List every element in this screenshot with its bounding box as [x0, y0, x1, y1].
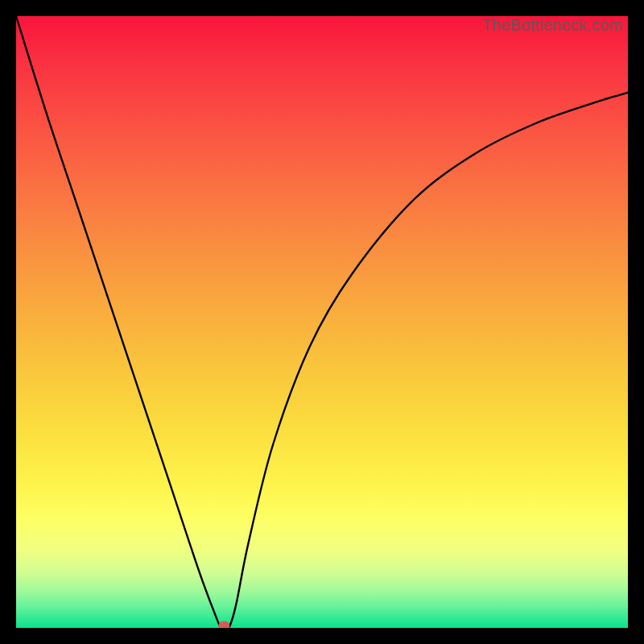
- watermark-text: TheBottleneck.com: [482, 16, 623, 35]
- bottleneck-chart: [16, 16, 628, 628]
- plot-frame: TheBottleneck.com: [16, 16, 628, 628]
